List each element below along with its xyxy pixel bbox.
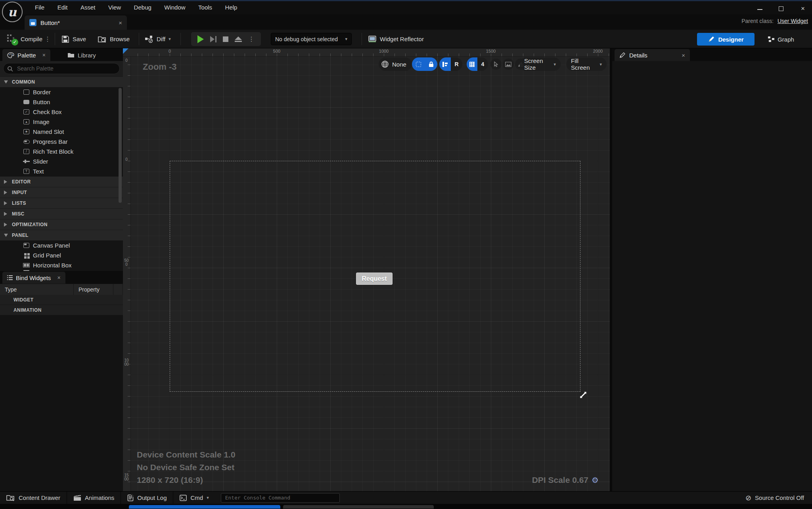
tab-library[interactable]: Library (63, 49, 101, 61)
debug-object-dropdown[interactable]: No debug object selected ▾ (271, 33, 352, 45)
section-misc[interactable]: MISC (0, 208, 123, 219)
compile-button[interactable]: ✓ Compile (7, 30, 42, 48)
palette-item-slider[interactable]: Slider (0, 156, 123, 166)
palette-scrollbar[interactable] (119, 88, 122, 203)
menu-help[interactable]: Help (220, 2, 243, 13)
close-window-button[interactable]: × (798, 4, 808, 13)
localization-preview-button[interactable]: None (379, 57, 412, 71)
widget-blueprint-icon (29, 19, 36, 26)
palette-item-border[interactable]: Border (0, 87, 123, 97)
output-log-button[interactable]: Output Log (121, 492, 173, 504)
designer-brush-icon (708, 36, 715, 43)
bind-widgets-row-widget[interactable]: WIDGET (0, 295, 123, 305)
column-property[interactable]: Property (74, 284, 113, 295)
canvas-panel-icon (23, 242, 30, 248)
grid-snap-icon[interactable] (467, 57, 477, 71)
palette-item-named-slot[interactable]: ★Named Slot (0, 127, 123, 137)
menu-tools[interactable]: Tools (193, 2, 218, 13)
graph-icon (768, 36, 774, 42)
play-icon[interactable] (197, 35, 204, 43)
preview-background-button[interactable] (503, 59, 514, 70)
palette-item-canvas-panel[interactable]: Canvas Panel (0, 240, 123, 250)
section-common[interactable]: COMMON (0, 76, 123, 87)
browse-button[interactable]: Browse (98, 30, 130, 48)
animations-button[interactable]: Animations (67, 492, 121, 504)
menu-edit[interactable]: Edit (52, 2, 73, 13)
save-icon (61, 35, 69, 43)
menu-view[interactable]: View (103, 2, 126, 13)
palette-item-text[interactable]: TText (0, 166, 123, 176)
select-tool-button[interactable] (490, 59, 502, 70)
widget-reflector-icon (368, 35, 377, 43)
tab-palette[interactable]: Palette × (2, 49, 50, 61)
taskbar-inactive-segment[interactable] (283, 505, 434, 509)
stop-icon[interactable] (223, 36, 228, 42)
frame-skip-icon[interactable] (210, 36, 216, 42)
palette-item-image[interactable]: ▴Image (0, 117, 123, 127)
vertical-ruler: 0 0 500 1000 1500 (123, 57, 131, 491)
align-icon[interactable] (439, 57, 451, 71)
unreal-logo-icon: u (2, 2, 23, 22)
request-widget-button[interactable]: Request (356, 273, 393, 285)
maximize-button[interactable] (776, 4, 786, 13)
device-content-scale-label: Device Content Scale 1.0 (137, 450, 236, 459)
unreal-editor-window: File Edit Asset View Debug Window Tools … (0, 0, 812, 509)
dashed-outline-icon[interactable] (412, 57, 425, 71)
section-optimization[interactable]: OPTIMIZATION (0, 219, 123, 230)
bind-widgets-tab-bar: Bind Widgets × (0, 271, 123, 284)
console-command-input[interactable] (221, 493, 340, 503)
palette-item-progress-bar[interactable]: Progress Bar (0, 137, 123, 147)
column-type[interactable]: Type (0, 284, 74, 295)
dropdown-caret-icon: ▾ (345, 36, 347, 42)
section-editor[interactable]: EDITOR (0, 176, 123, 187)
palette-icon (7, 52, 14, 58)
fill-screen-dropdown[interactable]: Fill Screen ▾ (566, 57, 607, 71)
cmd-dropdown[interactable]: Cmd ▾ (173, 492, 215, 504)
dpi-settings-gear-icon[interactable]: ⚙ (592, 476, 599, 484)
palette-item-checkbox[interactable]: ✓Check Box (0, 107, 123, 117)
palette-item-horizontal-box[interactable]: Horizontal Box (0, 260, 123, 270)
diff-button[interactable]: Diff ▾ (145, 30, 171, 48)
status-bar: Content Drawer Animations Output Log Cmd… (0, 491, 812, 504)
tab-details[interactable]: Details × (615, 49, 690, 61)
slider-icon (23, 158, 30, 164)
compile-options-kebab[interactable]: ⋮ (44, 30, 51, 48)
source-control-button[interactable]: ⊘ Source Control Off (737, 494, 812, 502)
designer-mode-button[interactable]: Designer (697, 33, 755, 46)
designer-canvas[interactable]: 0 500 1000 1500 2000 0 0 500 1000 1500 Z… (123, 48, 610, 491)
taskbar-active-segment[interactable] (129, 505, 280, 509)
chevron-down-icon (4, 234, 8, 237)
parent-class-link[interactable]: User Widget (778, 18, 808, 24)
asset-tab-close-icon[interactable]: × (119, 19, 122, 26)
minimize-button[interactable] (755, 4, 765, 13)
save-button[interactable]: Save (61, 30, 86, 48)
play-options-kebab[interactable]: ⋮ (248, 35, 255, 43)
section-input[interactable]: INPUT (0, 187, 123, 198)
menu-file[interactable]: File (29, 2, 50, 13)
section-lists[interactable]: LISTS (0, 198, 123, 208)
details-close-icon[interactable]: × (682, 52, 685, 59)
widget-reflector-button[interactable]: Widget Reflector (368, 30, 424, 48)
bind-widgets-close-icon[interactable]: × (57, 275, 60, 281)
graph-mode-button[interactable]: Graph (763, 33, 799, 46)
checkbox-icon: ✓ (23, 109, 30, 115)
eject-icon[interactable] (235, 36, 242, 42)
menu-window[interactable]: Window (159, 2, 191, 13)
chevron-right-icon (4, 191, 7, 194)
menu-asset[interactable]: Asset (75, 2, 101, 13)
palette-item-rich-text[interactable]: /Rich Text Block (0, 147, 123, 156)
palette-close-icon[interactable]: × (42, 52, 46, 58)
details-pencil-icon (619, 52, 626, 58)
search-icon (7, 66, 13, 72)
search-input[interactable] (3, 63, 120, 74)
section-panel[interactable]: PANEL (0, 230, 123, 240)
chevron-right-icon (4, 180, 7, 184)
asset-tab-button[interactable]: Button* × (25, 15, 127, 30)
palette-item-grid-panel[interactable]: Grid Panel (0, 250, 123, 260)
content-drawer-button[interactable]: Content Drawer (0, 492, 67, 504)
palette-item-button[interactable]: Button (0, 97, 123, 107)
menu-debug[interactable]: Debug (128, 2, 157, 13)
tab-bind-widgets[interactable]: Bind Widgets × (2, 272, 65, 284)
screen-size-dropdown[interactable]: Screen Size ▾ (519, 57, 561, 71)
bind-widgets-row-animation[interactable]: ANIMATION (0, 305, 123, 315)
